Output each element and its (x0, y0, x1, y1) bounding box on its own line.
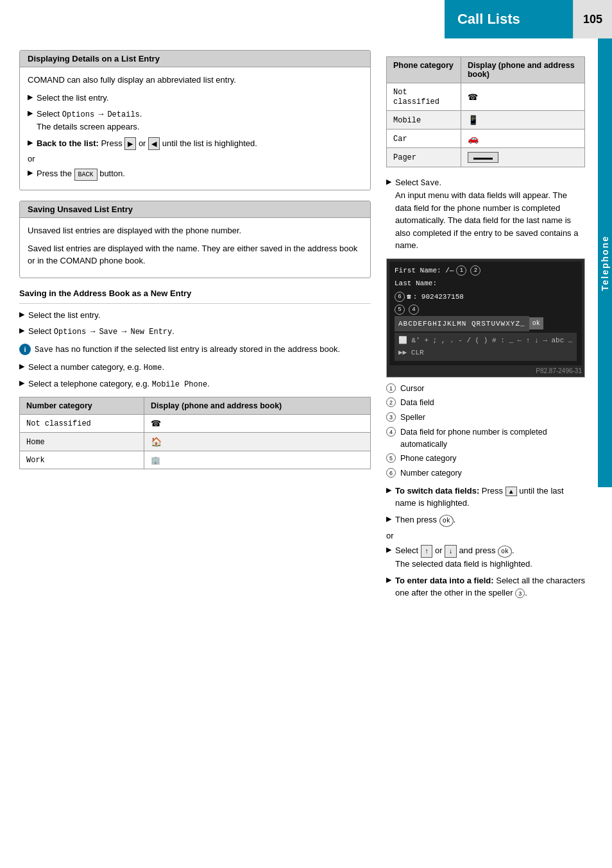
screenshot-row-nums: 5 4 (395, 305, 577, 315)
screenshot-special-chars: ⬜ &' + ; , . - / ( ) # : _ ← ↑ ↓ → abc …… (395, 333, 577, 360)
table-cell-icon (461, 129, 584, 148)
ok-button: ok (439, 515, 454, 527)
bullet-item: ▶ Select the list entry. (19, 309, 371, 322)
screenshot-lastname-label: Last Name: (395, 278, 437, 290)
phone-icon (468, 93, 478, 102)
table-row: Work (20, 451, 371, 469)
bullet-text: Select a telephone category, e.g. Mobile… (28, 378, 371, 390)
car-icon (468, 135, 479, 144)
bullet-text: Select ↑ or ↓ and press ok.The selected … (395, 544, 585, 571)
bullet-text: Press the BACK button. (37, 167, 362, 181)
screenshot-alpha-row: ABCDEFGHIJKLMN QRSTUVWXYZ_ ok (395, 316, 577, 332)
arrow-icon: ▶ (386, 574, 391, 599)
arrow-icon: ▶ (19, 361, 24, 374)
arrow-icon: ▶ (19, 325, 24, 338)
bullet-item: ▶ Select Save.An input menu with data fi… (386, 176, 585, 252)
section2-title: Saving Unsaved List Entry (20, 201, 370, 218)
info-box: i Save has no function if the selected l… (19, 343, 371, 356)
legend-text: Phone category (400, 453, 585, 465)
play-back-btn: ◀ (148, 137, 160, 151)
screenshot-row-firstname: First Name: /— 1 2 (395, 265, 577, 277)
page-title: Call Lists (445, 0, 573, 38)
screenshot-ok: ok (529, 317, 543, 330)
triangle-up-btn: ▲ (506, 487, 517, 496)
arrow-icon: ▶ (386, 176, 391, 252)
bullet-text: Then press ok. (395, 513, 585, 527)
section2-para2: Saved list entries are displayed with th… (28, 242, 362, 267)
screenshot-special-row: ⬜ &' + ; , . - / ( ) # : _ ← ↑ ↓ → abc …… (395, 333, 577, 360)
table-row: Not classified (387, 83, 585, 111)
legend-item: 3 Speller (386, 412, 585, 424)
or-divider: or (28, 154, 362, 163)
work-icon (151, 456, 160, 465)
legend-item: 5 Phone category (386, 453, 585, 465)
legend-num: 2 (386, 397, 400, 408)
legend-num: 1 (386, 383, 400, 394)
section-displaying-details: Displaying Details on a List Entry COMAN… (19, 50, 371, 190)
screenshot-caption: P82.87-2496-31 (389, 367, 582, 374)
table-cell-icon (144, 415, 371, 433)
bullet-text: To switch data fields: Press ▲ until the… (395, 485, 585, 510)
table-row: Home (20, 433, 371, 451)
legend-text: Cursor (400, 383, 585, 395)
table-row: Pager ▬▬▬ (387, 148, 585, 167)
table-row: Mobile (387, 111, 585, 129)
section1-body: COMAND can also fully display an abbrevi… (20, 67, 370, 190)
arrow-icon: ▶ (28, 137, 33, 151)
divider (19, 303, 371, 304)
table-cell-category: Pager (387, 148, 461, 167)
arrow-icon: ▶ (28, 92, 33, 104)
bullet-item: ▶ Back to the list: Press ▶ or ◀ until t… (28, 137, 362, 151)
bullet-text: Select the list entry. (37, 92, 362, 104)
screenshot-number: : 9024237158 (413, 291, 464, 303)
screenshot-inner: First Name: /— 1 2 Last Name: 6 ☎ : 9024… (389, 262, 582, 365)
bullet-item: ▶ Select the list entry. (28, 92, 362, 104)
table2-header-col1: Phone category (387, 57, 461, 83)
table-row: Car (387, 129, 585, 148)
legend-list: 1 Cursor 2 Data field 3 Speller 4 Data f… (386, 383, 585, 480)
info-text: Save has no function if the selected lis… (35, 343, 371, 356)
sub-heading-text: Saving in the Address Book as a New Entr… (19, 288, 371, 298)
legend-item: 1 Cursor (386, 383, 585, 395)
table-cell-icon: ▬▬▬ (461, 148, 584, 167)
bullet-text: Select Save.An input menu with data fiel… (395, 176, 585, 252)
right-column: Phone category Display (phone and addres… (386, 50, 585, 603)
arrow-icon: ▶ (386, 485, 391, 510)
table-cell-category: Home (20, 433, 144, 451)
phone-icon (151, 419, 161, 428)
screenshot-row-number: 6 ☎ : 9024237158 (395, 291, 577, 303)
section1-title: Displaying Details on a List Entry (20, 51, 370, 67)
table-cell-category: Mobile (387, 111, 461, 129)
down-btn: ↓ (445, 545, 457, 558)
up-btn: ↑ (421, 545, 433, 558)
section2-para1: Unsaved list entries are displayed with … (28, 224, 362, 237)
table-cell-category: Not classified (387, 83, 461, 111)
bullet-item: ▶ Select Options → Save → New Entry. (19, 325, 371, 338)
header-bar: Call Lists 105 (0, 0, 612, 38)
legend-text: Number category (400, 467, 585, 480)
bullet-item: ▶ Select a number category, e.g. Home. (19, 361, 371, 374)
screenshot-box: First Name: /— 1 2 Last Name: 6 ☎ : 9024… (386, 258, 585, 378)
legend-item: 2 Data field (386, 397, 585, 409)
legend-text: Speller (400, 412, 585, 424)
section1-para1: COMAND can also fully display an abbrevi… (28, 74, 362, 87)
play-forward-btn: ▶ (124, 137, 136, 151)
bullet-item: ▶ To enter data into a field: Select all… (386, 574, 585, 599)
legend-num: 3 (386, 412, 400, 422)
telephone-sidebar: Telephone (598, 38, 612, 487)
table-cell-icon (144, 451, 371, 469)
bullet-item: ▶ To switch data fields: Press ▲ until t… (386, 485, 585, 510)
section-saving-unsaved: Saving Unsaved List Entry Unsaved list e… (19, 201, 371, 278)
bullet-item: ▶ Select a telephone category, e.g. Mobi… (19, 378, 371, 390)
table-cell-category: Car (387, 129, 461, 148)
circle-2: 2 (470, 265, 480, 276)
page-number: 105 (573, 0, 612, 38)
bullet-text: Select the list entry. (28, 309, 371, 322)
section2-body: Unsaved list entries are displayed with … (20, 218, 370, 278)
sidebar-label: Telephone (600, 235, 610, 291)
screenshot-alphabet: ABCDEFGHIJKLMN QRSTUVWXYZ_ (395, 316, 529, 332)
circle-1: 1 (456, 265, 466, 276)
table1-header-col1: Number category (20, 397, 144, 415)
arrow-icon: ▶ (28, 167, 33, 181)
circle-5: 5 (395, 305, 405, 315)
